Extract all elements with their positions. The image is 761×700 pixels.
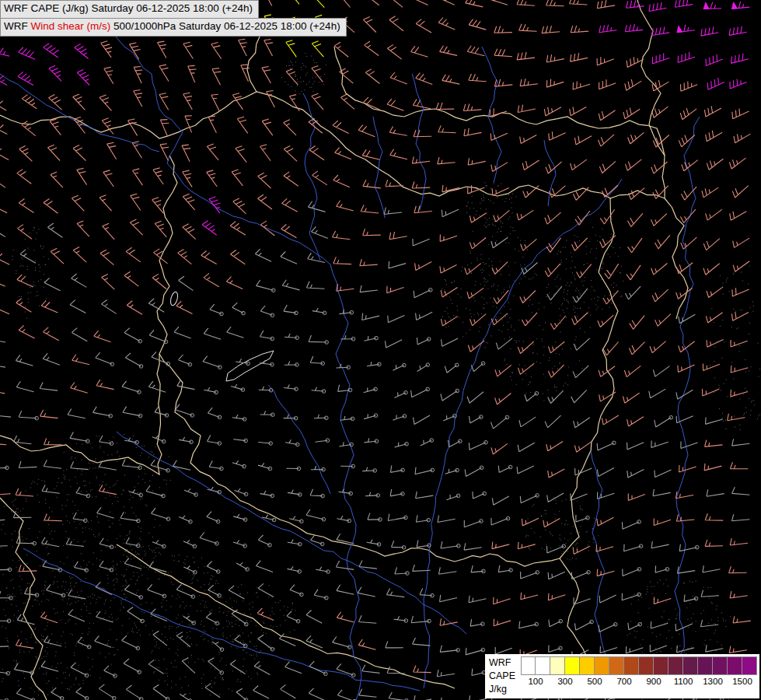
cape-title-text: WRF CAPE (J/kg) Saturday 06-12-2025 18:0… (4, 2, 253, 14)
legend-swatch (565, 656, 580, 675)
legend-tick-label: 1500 (732, 677, 752, 686)
rivers-layer (0, 19, 700, 700)
wind-barbs-layer (0, 0, 751, 700)
map-title-windshear: WRF Wind shear (m/s) 500/1000hPa Saturda… (0, 18, 347, 37)
legend-swatch (639, 656, 654, 675)
legend-tick-label: 700 (616, 677, 631, 686)
legend-scale: 100300500700900110013001500 (521, 654, 759, 698)
country-borders-layer (0, 0, 688, 700)
legend-tick-row: 100300500700900110013001500 (521, 675, 757, 688)
legend-title-model: WRF (489, 656, 515, 670)
legend-swatch (713, 656, 728, 675)
legend-title-unit: J/kg (489, 683, 515, 696)
legend-tick-label: 900 (646, 677, 661, 686)
legend-tick-label: 1100 (674, 677, 693, 686)
map-stage: WRF CAPE (J/kg) Saturday 06-12-2025 18:0… (0, 0, 761, 700)
legend-tick-label: 500 (587, 677, 602, 686)
legend-swatch (536, 656, 550, 675)
legend-colorbar (521, 656, 757, 675)
legend-swatch (698, 656, 713, 675)
legend-swatch (595, 656, 609, 675)
legend-title-param: CAPE (489, 670, 515, 683)
map-title-block: WRF CAPE (J/kg) Saturday 06-12-2025 18:0… (0, 0, 347, 37)
map-title-cape: WRF CAPE (J/kg) Saturday 06-12-2025 18:0… (0, 0, 259, 19)
legend-swatch (654, 656, 668, 675)
legend-swatch (728, 656, 742, 675)
legend-swatch (609, 656, 624, 675)
shear-title-param: Wind shear (m/s) (31, 20, 111, 32)
lake-neusiedl (169, 291, 179, 306)
legend-tick-label: 100 (528, 677, 543, 686)
legend-swatch (742, 656, 757, 675)
legend-swatch (683, 656, 698, 675)
legend-tick-label: 300 (557, 677, 572, 686)
legend-swatch (550, 656, 565, 675)
legend-swatch (580, 656, 595, 675)
legend-swatch (624, 656, 639, 675)
shear-title-model: WRF (4, 20, 31, 32)
legend-swatch (521, 656, 536, 675)
cape-legend: WRF CAPE J/kg 10030050070090011001300150… (485, 654, 759, 698)
lake-balaton (226, 351, 274, 381)
legend-swatch (668, 656, 683, 675)
shear-title-valid: 500/1000hPa Saturday 06-12-2025 18:00 (+… (110, 20, 340, 32)
legend-title: WRF CAPE J/kg (485, 654, 521, 698)
terrain-stipple-layer (1, 54, 760, 698)
wind-barb-map (0, 0, 761, 700)
legend-tick-label: 1300 (703, 677, 723, 686)
